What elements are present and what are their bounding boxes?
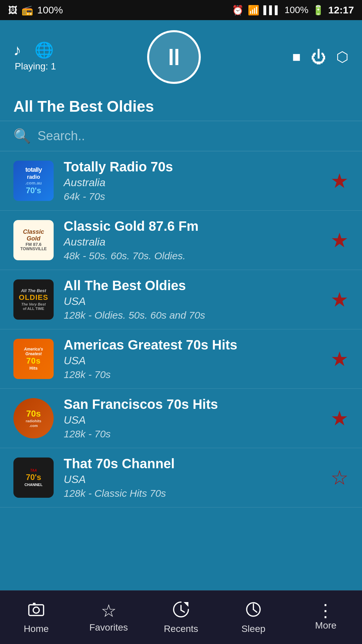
clock-time: 12:17 [328,4,354,16]
station-logo: All The Best OLDIES The Very Best of ALL… [13,279,54,320]
list-item[interactable]: Classic Gold FM 87.6 TOWNSVILLE Classic … [0,211,362,270]
station-country: USA [64,355,320,367]
alarm-icon: ⏰ [232,5,244,16]
favorite-button[interactable]: ★ [330,169,349,193]
left-media-icons: ♪ 🌐 Playing: 1 [13,42,56,72]
nav-sleep-label: Sleep [241,624,265,634]
nav-more[interactable]: ⋮ More [290,604,362,631]
station-info: Totally Radio 70s Australia 64k - 70s [64,159,320,202]
station-info: Americas Greatest 70s Hits USA 128k - 70… [64,337,320,380]
favorite-button[interactable]: ☆ [330,466,349,489]
station-list: totally radio .com.au 70's Totally Radio… [0,151,362,507]
list-item[interactable]: America's Greatest 70s Hits Americas Gre… [0,329,362,389]
station-name: Totally Radio 70s [64,159,320,174]
search-bar: 🔍 [0,121,362,151]
svg-point-1 [33,607,39,613]
globe-button[interactable]: 🌐 [35,42,54,58]
top-controls: ♪ 🌐 Playing: 1 ⏸ ■ ⏻ ⬡ [0,20,362,91]
list-item[interactable]: TAA 70's CHANNEL That 70s Channel USA 12… [0,448,362,507]
bottom-nav: Home ☆ Favorites Recents Sleep ⋮ More [0,590,362,644]
station-name: All The Best Oldies [64,278,320,293]
favorite-button[interactable]: ★ [330,407,349,430]
music-note-button[interactable]: ♪ [13,42,21,58]
list-item[interactable]: All The Best OLDIES The Very Best of ALL… [0,270,362,329]
stop-button[interactable]: ■ [292,50,301,64]
nav-recents[interactable]: Recents [145,601,217,634]
svg-line-7 [253,609,257,612]
status-left: 🖼 📻 100% [8,4,63,16]
station-info: Classic Gold 87.6 Fm Australia 48k - 50s… [64,219,320,262]
search-icon: 🔍 [13,128,31,144]
nav-home[interactable]: Home [0,601,72,634]
signal-icon: ▌▌▌ [263,5,281,15]
list-item[interactable]: 70s radiohits .com San Franciscos 70s Hi… [0,389,362,448]
nav-recents-label: Recents [164,624,198,634]
favorite-button[interactable]: ★ [330,288,349,311]
wifi-icon: 📶 [248,5,259,16]
favorite-button[interactable]: ★ [330,347,349,371]
station-logo: America's Greatest 70s Hits [13,339,54,379]
station-country: USA [64,295,320,308]
nav-home-label: Home [24,624,49,634]
radio-icon: 📻 [21,5,33,16]
battery-percent: 100% [285,5,309,15]
station-country: USA [64,473,320,486]
pause-icon: ⏸ [162,44,186,70]
station-logo: totally radio .com.au 70's [13,161,54,201]
share-button[interactable]: ⬡ [336,50,349,64]
station-country: Australia [64,236,320,248]
station-name: Classic Gold 87.6 Fm [64,219,320,234]
more-icon: ⋮ [317,604,335,618]
station-logo: 70s radiohits .com [13,398,54,438]
station-meta: 128k - Classic Hits 70s [64,488,320,499]
nav-favorites-label: Favorites [89,622,128,633]
sleep-icon [245,601,262,621]
power-button[interactable]: ⏻ [311,49,326,65]
svg-rect-2 [33,603,36,605]
search-input[interactable] [38,129,349,143]
favorites-icon: ☆ [101,602,117,620]
station-meta: 128k - 70s [64,428,320,440]
station-meta: 64k - 70s [64,191,320,202]
station-name: That 70s Channel [64,456,320,471]
station-country: Australia [64,176,320,189]
svg-line-4 [181,610,184,612]
home-icon [27,601,45,621]
nav-favorites[interactable]: ☆ Favorites [72,602,145,633]
list-item[interactable]: totally radio .com.au 70's Totally Radio… [0,151,362,211]
station-info: San Franciscos 70s Hits USA 128k - 70s [64,397,320,440]
station-info: All The Best Oldies USA 128k - Oldies. 5… [64,278,320,321]
station-info: That 70s Channel USA 128k - Classic Hits… [64,456,320,499]
station-name: Americas Greatest 70s Hits [64,337,320,353]
station-meta: 128k - Oldies. 50s. 60s and 70s [64,310,320,321]
station-meta: 128k - 70s [64,369,320,380]
station-meta: 48k - 50s. 60s. 70s. Oldies. [64,250,320,262]
signal-number: 100% [37,4,63,16]
station-name: San Franciscos 70s Hits [64,397,320,412]
favorite-button[interactable]: ★ [330,228,349,252]
status-right: ⏰ 📶 ▌▌▌ 100% 🔋 12:17 [232,4,354,16]
station-logo: TAA 70's CHANNEL [13,458,54,498]
station-country: USA [64,414,320,426]
nav-sleep[interactable]: Sleep [217,601,290,634]
status-bar: 🖼 📻 100% ⏰ 📶 ▌▌▌ 100% 🔋 12:17 [0,0,362,20]
recents-icon [172,601,190,621]
current-station-title: All The Best Oldies [0,91,362,121]
nav-more-label: More [315,620,337,631]
right-control-icons: ■ ⏻ ⬡ [292,49,349,65]
battery-icon: 🔋 [312,5,324,16]
svg-rect-0 [29,605,44,615]
playing-label: Playing: 1 [15,61,56,72]
pause-button[interactable]: ⏸ [147,30,201,84]
station-logo: Classic Gold FM 87.6 TOWNSVILLE [13,220,54,260]
image-icon: 🖼 [8,5,17,16]
